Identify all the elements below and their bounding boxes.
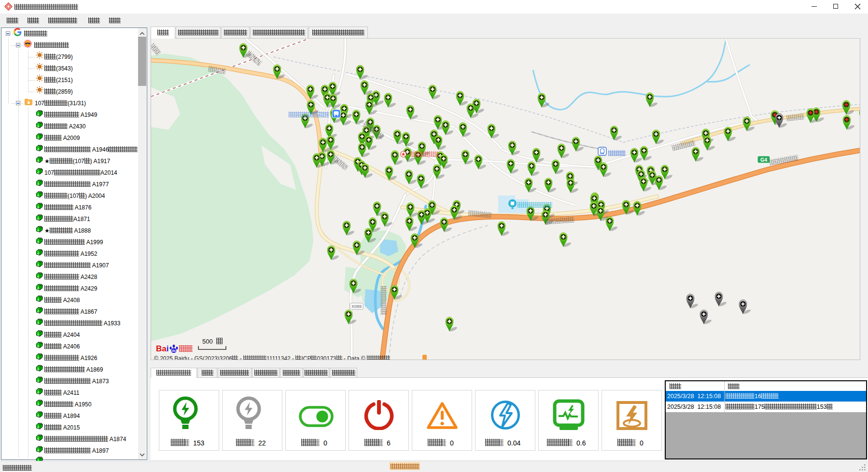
svg-text:X089: X089 [351, 304, 362, 309]
svg-text:500: 500 [202, 338, 213, 345]
svg-text:du: du [172, 349, 176, 352]
svg-text:G4: G4 [760, 157, 767, 163]
